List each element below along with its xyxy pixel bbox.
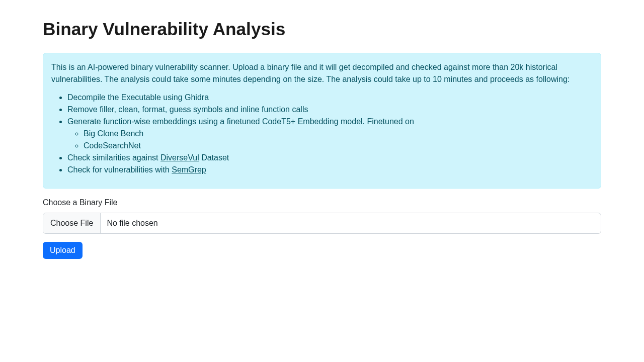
sub-steps: Big Clone Bench CodeSearchNet xyxy=(67,128,593,152)
step-item: Decompile the Executable using Ghidra xyxy=(67,92,593,104)
sub-step-item: Big Clone Bench xyxy=(84,128,593,140)
info-panel: This is an AI-powered binary vulnerabili… xyxy=(43,53,601,189)
diversevul-link[interactable]: DiverseVul xyxy=(160,153,199,162)
step-text: Check for vulnerabilities with xyxy=(67,165,172,174)
choose-file-button[interactable]: Choose File xyxy=(43,213,101,233)
info-intro: This is an AI-powered binary vulnerabili… xyxy=(51,61,593,85)
step-item: Check similarities against DiverseVul Da… xyxy=(67,152,593,164)
step-item: Remove filler, clean, format, guess symb… xyxy=(67,104,593,116)
upload-button[interactable]: Upload xyxy=(43,242,83,259)
step-item: Check for vulnerabilities with SemGrep xyxy=(67,164,593,176)
step-text: Check similarities against xyxy=(67,153,160,162)
file-input-label: Choose a Binary File xyxy=(43,197,601,209)
page-title: Binary Vulnerability Analysis xyxy=(43,16,601,43)
step-text: Generate function-wise embeddings using … xyxy=(67,117,414,126)
info-steps: Decompile the Executable using Ghidra Re… xyxy=(51,92,593,176)
sub-step-item: CodeSearchNet xyxy=(84,140,593,152)
step-text: Dataset xyxy=(199,153,229,162)
step-item: Generate function-wise embeddings using … xyxy=(67,116,593,152)
file-input[interactable]: Choose File No file chosen xyxy=(43,213,601,234)
file-input-status: No file chosen xyxy=(101,213,601,233)
semgrep-link[interactable]: SemGrep xyxy=(172,165,206,174)
